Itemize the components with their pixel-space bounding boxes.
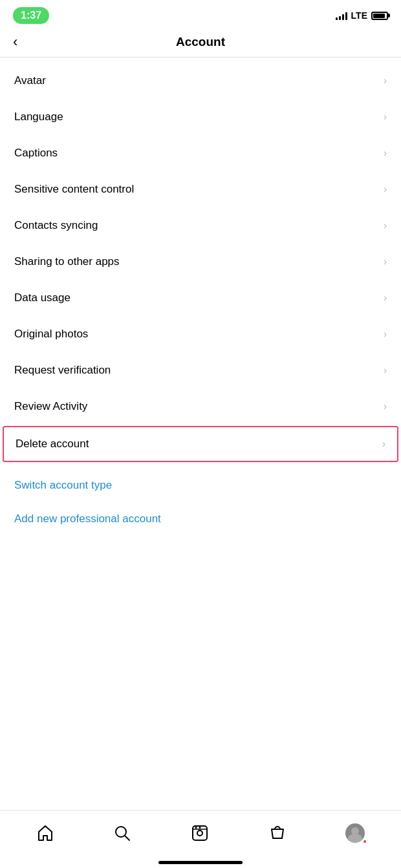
menu-item-label: Contacts syncing [14,219,98,232]
menu-item-label: Review Activity [14,400,87,413]
menu-item-label: Avatar [14,74,46,87]
menu-item-label: Original photos [14,328,88,341]
chevron-right-icon: › [382,438,385,450]
page-title: Account [176,35,225,49]
chevron-right-icon: › [384,256,387,268]
nav-search[interactable] [105,819,139,847]
menu-item-label: Sharing to other apps [14,255,120,268]
home-icon [36,824,54,842]
menu-item-sharing-to-other-apps[interactable]: Sharing to other apps › [0,244,401,280]
chevron-right-icon: › [384,220,387,231]
menu-item-label: Delete account [16,438,89,450]
reels-icon [191,824,209,842]
chevron-right-icon: › [384,365,387,376]
menu-item-label: Language [14,111,63,123]
switch-account-type-link[interactable]: Switch account type [0,469,401,502]
link-items: Switch account type Add new professional… [0,469,401,536]
svg-point-6 [199,827,200,829]
chevron-right-icon: › [384,111,387,123]
nav-reels[interactable] [183,819,217,847]
menu-list: Avatar › Language › Captions › Sensitive… [0,58,401,469]
menu-item-contacts-syncing[interactable]: Contacts syncing › [0,207,401,244]
battery-icon [371,12,388,20]
link-label: Add new professional account [14,513,161,525]
chevron-right-icon: › [384,184,387,195]
bottom-nav [0,810,401,868]
chevron-right-icon: › [384,147,387,159]
chevron-right-icon: › [384,401,387,412]
add-professional-account-link[interactable]: Add new professional account [0,502,401,536]
menu-item-label: Data usage [14,291,70,304]
back-button[interactable]: ‹ [13,34,17,50]
menu-item-data-usage[interactable]: Data usage › [0,280,401,316]
nav-profile[interactable] [338,818,373,848]
status-time: 1:37 [13,7,49,24]
signal-icon [336,11,347,20]
notification-dot [362,839,367,844]
home-indicator [158,861,243,864]
header: ‹ Account [0,28,401,58]
menu-item-avatar[interactable]: Avatar › [0,63,401,99]
status-icons: LTE [336,10,388,21]
chevron-right-icon: › [384,328,387,340]
chevron-right-icon: › [384,75,387,87]
shop-icon [268,824,287,842]
menu-item-label: Request verification [14,364,111,377]
search-icon [113,824,131,842]
nav-shop[interactable] [261,819,294,847]
chevron-right-icon: › [384,292,387,304]
link-label: Switch account type [14,479,112,491]
svg-point-5 [195,827,197,829]
menu-item-label: Captions [14,147,58,160]
status-bar: 1:37 LTE [0,0,401,28]
menu-item-language[interactable]: Language › [0,99,401,135]
menu-item-captions[interactable]: Captions › [0,135,401,171]
menu-item-request-verification[interactable]: Request verification › [0,352,401,388]
menu-item-original-photos[interactable]: Original photos › [0,316,401,352]
menu-item-review-activity[interactable]: Review Activity › [0,388,401,425]
menu-item-label: Sensitive content control [14,183,134,196]
svg-point-3 [197,831,202,836]
nav-home[interactable] [28,819,62,847]
menu-item-sensitive-content-control[interactable]: Sensitive content control › [0,171,401,207]
menu-item-delete-account[interactable]: Delete account › [3,426,398,462]
lte-label: LTE [351,10,367,21]
svg-line-1 [125,836,129,840]
